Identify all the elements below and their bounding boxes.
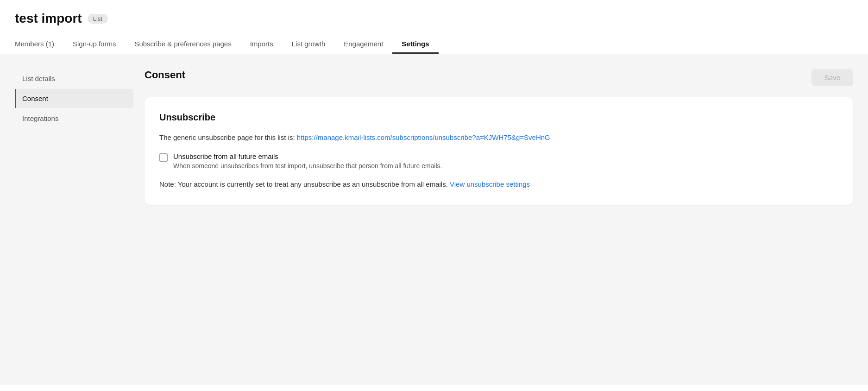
nav-tab-members[interactable]: Members (1)	[15, 35, 63, 54]
checkbox-label: Unsubscribe from all future emails	[173, 152, 442, 160]
note-text: Note: Your account is currently set to t…	[159, 179, 838, 190]
nav-tabs: Members (1)Sign-up formsSubscribe & pref…	[15, 35, 853, 54]
sidebar-item-list-details[interactable]: List details	[15, 69, 133, 88]
unsubscribe-title: Unsubscribe	[159, 112, 838, 123]
nav-tabs-container: Members (1)Sign-up formsSubscribe & pref…	[15, 35, 853, 54]
nav-tab-imports[interactable]: Imports	[241, 35, 283, 54]
page-header: test import List Members (1)Sign-up form…	[0, 0, 868, 54]
unsubscribe-checkbox-row: Unsubscribe from all future emails When …	[159, 152, 838, 170]
sidebar-item-consent[interactable]: Consent	[15, 89, 133, 108]
note-prefix: Note: Your account is currently set to t…	[159, 180, 450, 188]
checkbox-wrapper[interactable]	[159, 153, 168, 162]
checkbox-sublabel: When someone unsubscribes from test impo…	[173, 162, 442, 170]
nav-tab-signup-forms[interactable]: Sign-up forms	[63, 35, 125, 54]
main-content: List detailsConsentIntegrations Consent …	[0, 54, 868, 385]
unsubscribe-description: The generic unsubscribe page for this li…	[159, 132, 838, 143]
nav-tab-list-growth[interactable]: List growth	[283, 35, 335, 54]
content-area: Consent Save Unsubscribe The generic uns…	[145, 69, 853, 370]
checkbox-label-group: Unsubscribe from all future emails When …	[173, 152, 442, 170]
content-header: Consent Save	[145, 69, 853, 86]
consent-card: Unsubscribe The generic unsubscribe page…	[145, 97, 853, 205]
unsubscribe-url-link[interactable]: https://manage.kmail-lists.com/subscript…	[297, 133, 550, 141]
content-title: Consent	[145, 69, 185, 81]
nav-tab-subscribe-preferences[interactable]: Subscribe & preferences pages	[125, 35, 240, 54]
list-badge: List	[88, 14, 108, 24]
page-title: test import	[15, 11, 82, 26]
save-button[interactable]: Save	[811, 69, 853, 86]
nav-tab-settings[interactable]: Settings	[392, 35, 438, 54]
sidebar: List detailsConsentIntegrations	[15, 69, 145, 370]
title-row: test import List	[15, 11, 853, 26]
unsubscribe-checkbox[interactable]	[159, 153, 168, 162]
nav-tab-engagement[interactable]: Engagement	[334, 35, 392, 54]
view-unsubscribe-settings-link[interactable]: View unsubscribe settings	[450, 180, 530, 188]
description-prefix: The generic unsubscribe page for this li…	[159, 133, 297, 141]
sidebar-item-integrations[interactable]: Integrations	[15, 109, 133, 128]
